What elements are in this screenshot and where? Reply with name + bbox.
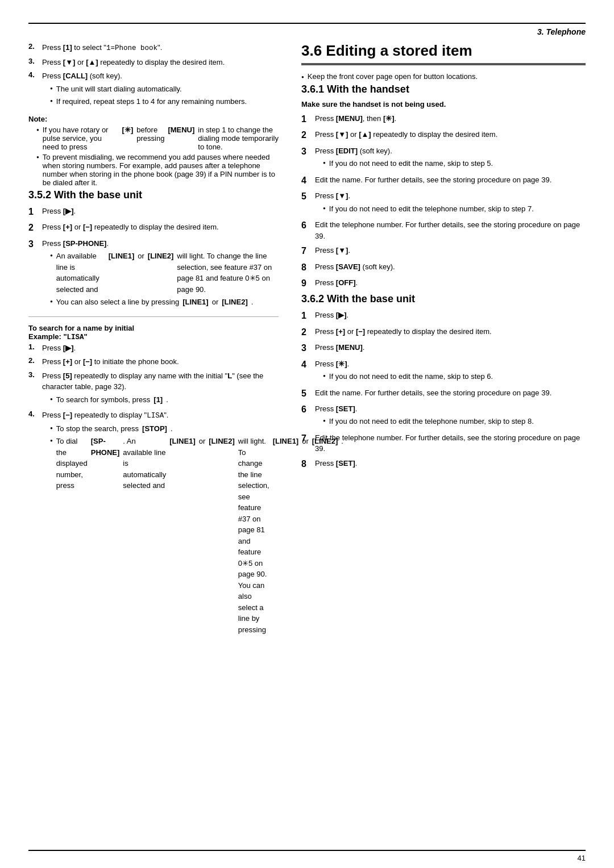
step-362-1: 1 Press [▶].	[301, 310, 586, 322]
intro-bullet: Keep the front cover page open for butto…	[301, 72, 586, 81]
step-num: 5	[301, 387, 310, 400]
search-step-2: 2. Press [+] or [−] to initiate the phon…	[28, 356, 279, 368]
step-361-4: 4 Edit the name. For further details, se…	[301, 174, 586, 187]
bullet-item: The unit will start dialing automaticall…	[42, 84, 247, 95]
section-362-title: 3.6.2 With the base unit	[301, 293, 586, 305]
bullet-item: If you do not need to edit the name, ski…	[315, 158, 493, 169]
step-362-5: 5 Edit the name. For further details, se…	[301, 387, 586, 400]
step-num: 4	[301, 358, 310, 371]
step-bullets: To search for symbols, press [1].	[42, 394, 279, 406]
step-num: 2	[301, 129, 310, 141]
section-36-title: 3.6 Editing a stored item	[301, 42, 586, 65]
step-text: Press [MENU], then [✳].	[315, 113, 396, 124]
step-text: Edit the name. For further details, see …	[315, 387, 551, 399]
step-bullets: If you do not need to edit the name, ski…	[315, 158, 493, 169]
bullet-item: To dial the displayed number, press [SP-…	[42, 436, 343, 635]
step-num: 7	[301, 432, 310, 445]
step-num: 9	[301, 277, 310, 290]
step-text: Press [+] or [−] repeatedly to display t…	[315, 326, 492, 337]
step-text: Press [EDIT] (soft key). If you do not n…	[315, 145, 493, 171]
top-rule	[28, 23, 586, 24]
step-num: 8	[301, 458, 310, 470]
step-text: Edit the telephone number. For further d…	[315, 432, 586, 454]
step-text: Press [▼]. If you do not need to edit th…	[315, 190, 534, 216]
section-361-title: 3.6.1 With the handset	[301, 84, 586, 95]
right-column: 3.6 Editing a stored item Keep the front…	[301, 42, 586, 474]
step-num: 1	[301, 310, 310, 322]
note-label: Note:	[28, 115, 279, 123]
step-bullets: To stop the search, press [STOP]. To dia…	[42, 423, 343, 636]
section-352-steps: 1 Press [▶]. 2 Press [+] or [−] repeated…	[28, 206, 279, 310]
step-text: Edit the telephone number. For further d…	[315, 219, 586, 241]
bullet-item: If required, repeat steps 1 to 4 for any…	[42, 96, 247, 107]
step-bullets: The unit will start dialing automaticall…	[42, 84, 247, 107]
search-step-1: 1. Press [▶].	[28, 343, 279, 354]
step-361-6: 6 Edit the telephone number. For further…	[301, 219, 586, 241]
step-bullets: If you do not need to edit the telephone…	[315, 203, 534, 215]
step-num: 2.	[28, 356, 39, 365]
step-text: Press [MENU].	[315, 342, 364, 353]
step-text: Press [▼] or [▲] repeatedly to display t…	[315, 129, 497, 140]
bottom-rule	[28, 850, 586, 851]
step-text: Press [▼] or [▲] repeatedly to display t…	[42, 57, 225, 68]
step-num: 7	[301, 245, 310, 257]
step-num: 3	[28, 238, 38, 251]
step-num: 2	[28, 222, 38, 234]
step-362-6: 6 Press [SET]. If you do not need to edi…	[301, 403, 586, 429]
bullet-item: An available line is automatically selec…	[42, 251, 279, 295]
note-list: If you have rotary or pulse service, you…	[28, 126, 279, 187]
step-num: 4.	[28, 70, 39, 79]
step-text: Press [OFF].	[315, 277, 358, 289]
step-361-7: 7 Press [▼].	[301, 245, 586, 257]
step-num: 2	[301, 326, 310, 339]
step-text: Press [+] or [−] to initiate the phone b…	[42, 356, 179, 368]
step-num: 1	[301, 113, 310, 126]
step-num: 3.	[28, 57, 39, 65]
step-362-7: 7 Edit the telephone number. For further…	[301, 432, 586, 454]
step-num: 3	[301, 145, 310, 158]
step-362-4: 4 Press [✳]. If you do not need to edit …	[301, 358, 586, 384]
search-steps: 1. Press [▶]. 2. Press [+] or [−] to ini…	[28, 343, 279, 637]
step-361-2: 2 Press [▼] or [▲] repeatedly to display…	[301, 129, 586, 141]
intro-step-2: 2. Press [1] to select "1=Phone book".	[28, 42, 279, 54]
step-text: Press [▼].	[315, 245, 350, 256]
bullet-item: If you do not need to edit the telephone…	[315, 416, 534, 427]
page: 3. Telephone 2. Press [1] to select "1=P…	[0, 0, 614, 868]
step-num: 6	[301, 219, 310, 232]
step-num: 8	[301, 261, 310, 274]
bullet-item: If you do not need to edit the telephone…	[315, 203, 534, 215]
step-361-8: 8 Press [SAVE] (soft key).	[301, 261, 586, 274]
step-num: 5	[301, 190, 310, 203]
search-step-4: 4. Press [−] repeatedly to display "LISA…	[28, 410, 279, 637]
step-362-2: 2 Press [+] or [−] repeatedly to display…	[301, 326, 586, 339]
search-header: To search for a name by initial Example:…	[28, 324, 279, 341]
step-text: Press [5] repeatedly to display any name…	[42, 370, 279, 407]
step-361-9: 9 Press [OFF].	[301, 277, 586, 290]
step-361-1: 1 Press [MENU], then [✳].	[301, 113, 586, 126]
step-361-3: 3 Press [EDIT] (soft key). If you do not…	[301, 145, 586, 171]
two-col-layout: 2. Press [1] to select "1=Phone book". 3…	[28, 42, 586, 641]
step-text: Press [▶].	[42, 343, 76, 354]
intro-step-3: 3. Press [▼] or [▲] repeatedly to displa…	[28, 57, 279, 68]
step-text: Press [SAVE] (soft key).	[315, 261, 395, 273]
step-bullets: An available line is automatically selec…	[42, 251, 279, 308]
step-text: Press [+] or [−] repeatedly to display t…	[42, 222, 219, 233]
bullet-item: To stop the search, press [STOP].	[42, 423, 343, 435]
step-text: Press [SP-PHONE]. An available line is a…	[42, 238, 279, 310]
step-bullets: If you do not need to edit the name, ski…	[315, 371, 493, 382]
bullet-item: You can also select a line by pressing […	[42, 297, 279, 308]
step-text: Press [SET]. If you do not need to edit …	[315, 403, 534, 429]
page-number: 41	[578, 854, 586, 862]
step-text: Press [✳]. If you do not need to edit th…	[315, 358, 493, 384]
search-example: Example: "LISA"	[28, 332, 279, 341]
step-text: Edit the name. For further details, see …	[315, 174, 551, 186]
step-text: Press [▶].	[315, 310, 349, 321]
step-text: Press [1] to select "1=Phone book".	[42, 42, 162, 54]
step-num: 2.	[28, 42, 39, 51]
chapter-header: 3. Telephone	[28, 27, 586, 36]
note-item-1: If you have rotary or pulse service, you…	[28, 126, 279, 151]
step-num: 3.	[28, 370, 39, 379]
step-352-2: 2 Press [+] or [−] repeatedly to display…	[28, 222, 279, 234]
step-num: 1	[28, 206, 38, 218]
bullet-item: If you do not need to edit the name, ski…	[315, 371, 493, 382]
